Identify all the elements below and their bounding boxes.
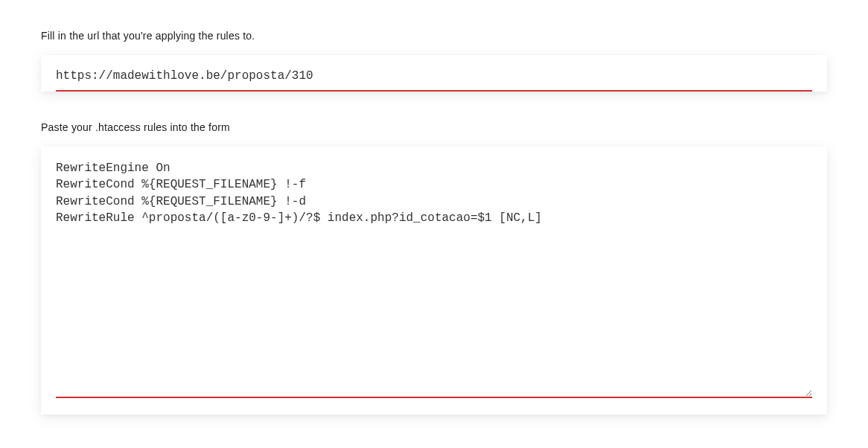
htaccess-input-card: [41, 147, 827, 415]
htaccess-textarea[interactable]: [56, 160, 812, 398]
url-input[interactable]: [56, 69, 812, 92]
url-input-card: [41, 55, 827, 92]
htaccess-field-label: Paste your .htaccess rules into the form: [41, 121, 827, 133]
url-field-label: Fill in the url that you're applying the…: [41, 30, 827, 42]
